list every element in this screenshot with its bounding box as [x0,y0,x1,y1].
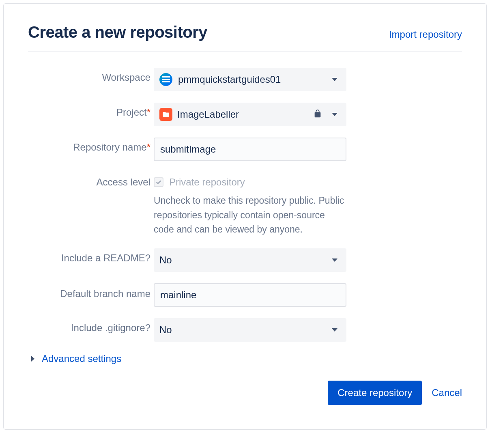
access-level-hint: Uncheck to make this repository public. … [154,194,346,237]
project-value: ImageLabeller [177,109,313,120]
project-folder-icon [159,108,172,121]
include-readme-value: No [159,254,332,266]
workspace-avatar-icon [159,73,172,86]
chevron-down-icon [332,258,337,262]
include-readme-select[interactable]: No [154,248,346,272]
chevron-down-icon [332,78,337,81]
create-repository-form: Create a new repository Import repositor… [3,3,487,430]
project-label: Project* [28,103,154,118]
private-checkbox-row: Private repository [154,172,346,188]
create-repository-button[interactable]: Create repository [328,381,422,405]
access-level-label: Access level [28,172,154,188]
actions-row: Create repository Cancel [28,381,462,405]
include-gitignore-row: Include .gitignore? No [28,318,462,342]
import-repository-link[interactable]: Import repository [389,29,462,40]
chevron-down-icon [332,113,337,116]
default-branch-row: Default branch name [28,283,462,307]
default-branch-label: Default branch name [28,283,154,300]
header: Create a new repository Import repositor… [28,23,462,52]
include-gitignore-label: Include .gitignore? [28,318,154,334]
project-select[interactable]: ImageLabeller [154,103,346,126]
advanced-settings-label: Advanced settings [42,353,121,364]
include-readme-row: Include a README? No [28,248,462,272]
project-row: Project* ImageLabeller [28,103,462,126]
include-gitignore-value: No [159,324,332,336]
default-branch-input[interactable] [154,283,346,307]
page-title: Create a new repository [28,23,207,41]
repository-name-input[interactable] [154,138,346,161]
include-gitignore-select[interactable]: No [154,318,346,342]
chevron-down-icon [332,328,337,332]
chevron-right-icon [31,356,34,362]
lock-icon [313,109,322,120]
include-readme-label: Include a README? [28,248,154,264]
workspace-select[interactable]: pmmquickstartguides01 [154,68,346,91]
advanced-settings-toggle[interactable]: Advanced settings [28,353,462,364]
repository-name-row: Repository name* [28,138,462,161]
workspace-value: pmmquickstartguides01 [178,74,332,85]
private-repository-label: Private repository [169,177,245,188]
workspace-label: Workspace [28,68,154,83]
private-repository-checkbox[interactable] [154,177,163,187]
repository-name-label: Repository name* [28,138,154,153]
access-level-row: Access level Private repository Uncheck … [28,172,462,237]
cancel-button[interactable]: Cancel [432,387,462,398]
workspace-row: Workspace pmmquickstartguides01 [28,68,462,91]
